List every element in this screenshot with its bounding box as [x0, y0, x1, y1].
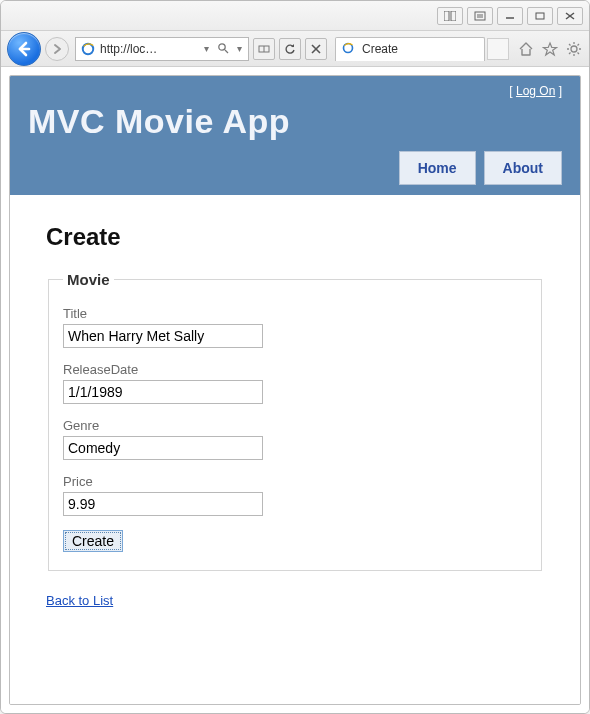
url-dropdown-icon[interactable]: ▾	[202, 43, 211, 54]
label-release-date: ReleaseDate	[63, 362, 527, 377]
tab-strip: Create	[335, 37, 509, 61]
favorites-icon[interactable]	[541, 40, 559, 58]
app-title: MVC Movie App	[28, 102, 562, 141]
window-titlebar	[1, 1, 589, 31]
toolbar-right	[517, 40, 583, 58]
compat-view-button[interactable]	[253, 38, 275, 60]
maximize-button[interactable]	[527, 7, 553, 25]
logon-row: [ Log On ]	[28, 84, 562, 98]
back-to-list-link[interactable]: Back to List	[46, 593, 113, 608]
svg-point-18	[571, 46, 577, 52]
field-release-date: ReleaseDate	[63, 362, 527, 404]
url-box[interactable]: http://loc… ▾ ▾	[75, 37, 249, 61]
nav-about[interactable]: About	[484, 151, 562, 185]
fieldset-legend: Movie	[63, 271, 114, 288]
tab-favicon-icon	[342, 42, 356, 56]
svg-line-24	[578, 52, 580, 54]
svg-line-25	[569, 52, 571, 54]
svg-rect-6	[536, 13, 544, 19]
search-magnifier-icon[interactable]	[215, 42, 231, 56]
field-price: Price	[63, 474, 527, 516]
tools-icon[interactable]	[565, 40, 583, 58]
create-button[interactable]: Create	[63, 530, 123, 552]
nav-tabs: Home About	[28, 151, 562, 185]
input-genre[interactable]	[63, 436, 263, 460]
back-button[interactable]	[7, 32, 41, 66]
browser-tab[interactable]: Create	[335, 37, 485, 61]
url-text: http://loc…	[100, 42, 198, 56]
movie-fieldset: Movie Title ReleaseDate Genre Pr	[48, 271, 542, 571]
ie-logo-icon	[80, 41, 96, 57]
new-tab-button[interactable]	[487, 38, 509, 60]
nav-home[interactable]: Home	[399, 151, 476, 185]
tab-title: Create	[362, 42, 398, 56]
input-title[interactable]	[63, 324, 263, 348]
stop-button[interactable]	[305, 38, 327, 60]
input-release-date[interactable]	[63, 380, 263, 404]
svg-line-26	[578, 44, 580, 46]
home-icon[interactable]	[517, 40, 535, 58]
refresh-button[interactable]	[279, 38, 301, 60]
submit-row: Create	[63, 530, 527, 552]
page-body: Create Movie Title ReleaseDate Genre	[10, 195, 580, 704]
label-price: Price	[63, 474, 527, 489]
logon-link[interactable]: Log On	[516, 84, 555, 98]
field-genre: Genre	[63, 418, 527, 460]
label-genre: Genre	[63, 418, 527, 433]
fullpage-icon[interactable]	[437, 7, 463, 25]
svg-rect-1	[451, 11, 456, 21]
label-title: Title	[63, 306, 527, 321]
search-dropdown-icon[interactable]: ▾	[235, 43, 244, 54]
minimize-button[interactable]	[497, 7, 523, 25]
svg-line-12	[225, 50, 228, 53]
svg-line-23	[569, 44, 571, 46]
svg-rect-0	[444, 11, 449, 21]
reading-view-icon[interactable]	[467, 7, 493, 25]
field-title: Title	[63, 306, 527, 348]
svg-point-11	[219, 43, 225, 49]
input-price[interactable]	[63, 492, 263, 516]
page-heading: Create	[46, 223, 544, 251]
page: [ Log On ] MVC Movie App Home About Crea…	[9, 75, 581, 705]
address-bar: http://loc… ▾ ▾ Create	[1, 31, 589, 67]
page-header: [ Log On ] MVC Movie App Home About	[10, 76, 580, 195]
svg-rect-2	[475, 12, 485, 20]
forward-button[interactable]	[45, 37, 69, 61]
browser-window: http://loc… ▾ ▾ Create	[0, 0, 590, 714]
close-button[interactable]	[557, 7, 583, 25]
client-area: [ Log On ] MVC Movie App Home About Crea…	[1, 67, 589, 713]
